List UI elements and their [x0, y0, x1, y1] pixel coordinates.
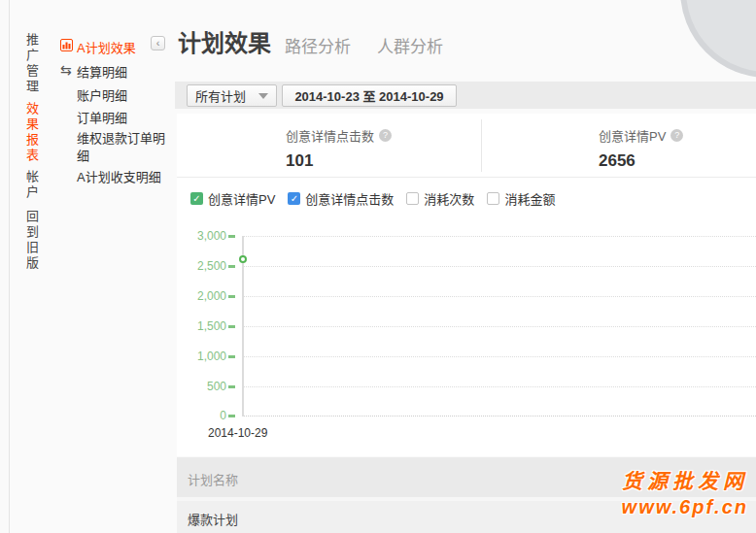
menu-item-account-detail[interactable]: 账户明细	[77, 85, 127, 104]
chart-legend: ✓ 创意详情PV ✓ 创意详情点击数 消耗次数 消耗金额	[190, 189, 555, 208]
sidebar-item-effect-reports[interactable]: 效果报表	[22, 102, 41, 164]
legend-label: 创意详情点击数	[305, 189, 394, 208]
checkbox-checked-icon[interactable]: ✓	[190, 192, 203, 205]
app-window: 推广管理 效果报表 帐户 回到旧版 A计划效果 ‹ ⇆ 结算明细 账户明细 订单…	[0, 0, 756, 533]
data-point-creative-pv	[239, 255, 247, 263]
corner-decoration-circle	[680, 0, 756, 78]
stat-creative-detail-clicks: 创意详情点击数 ? 101	[286, 126, 392, 171]
y-tick-mark	[228, 325, 235, 328]
y-tick-mark	[228, 265, 235, 268]
sidebar-item-back-to-old-version[interactable]: 回到旧版	[22, 210, 41, 272]
gridline	[244, 236, 756, 237]
stat-label: 创意详情点击数	[286, 126, 374, 145]
stats-row: 创意详情点击数 ? 101 创意详情PV ? 2656	[177, 114, 756, 178]
y-tick-mark	[228, 415, 235, 417]
y-tick-mark	[228, 355, 235, 358]
checkbox-unchecked-icon[interactable]	[406, 192, 419, 205]
stat-value: 101	[286, 151, 392, 171]
chevron-down-icon	[258, 93, 268, 99]
menu-item-order-detail[interactable]: 订单明细	[77, 108, 127, 126]
menu-item-refund-order-detail[interactable]: 维权退款订单明细	[77, 130, 171, 165]
y-tick-label: 1,000	[177, 350, 226, 363]
swap-arrows-icon: ⇆	[60, 63, 74, 77]
filter-toolbar: 所有计划 2014-10-23 至 2014-10-29	[175, 82, 756, 109]
gridline	[244, 326, 756, 327]
y-tick-label: 2,000	[177, 289, 226, 303]
watermark: 货源批发网 www.6pf.cn	[622, 465, 748, 518]
sidebar-item-account[interactable]: 帐户	[22, 170, 41, 201]
checkbox-unchecked-icon[interactable]	[487, 192, 499, 205]
stat-label: 创意详情PV	[599, 126, 666, 145]
gridline	[244, 356, 756, 357]
legend-label: 消耗金额	[504, 189, 555, 208]
help-icon[interactable]: ?	[670, 129, 683, 142]
menu-item-settlement-detail[interactable]: 结算明细	[77, 62, 127, 81]
watermark-site-url: www.6pf.cn	[622, 496, 748, 518]
page-title-plan-effect[interactable]: 计划效果	[178, 24, 271, 58]
collapse-panel-button[interactable]: ‹	[151, 36, 165, 50]
bar-chart-icon	[60, 38, 74, 51]
legend-item-consume-amount[interactable]: 消耗金额	[487, 189, 555, 208]
y-tick-label: 1,500	[177, 319, 226, 333]
column-header-plan-name: 计划名称	[188, 470, 238, 488]
tab-path-analysis[interactable]: 路径分析	[285, 33, 351, 57]
y-tick-mark	[228, 295, 235, 298]
y-tick-label: 2,500	[177, 259, 226, 273]
sidebar-divider	[9, 0, 10, 533]
gridline	[244, 386, 756, 387]
report-card: 创意详情点击数 ? 101 创意详情PV ? 2656 ✓ 创意详情PV ✓ 创…	[177, 114, 756, 456]
y-tick-label: 3,000	[177, 229, 226, 243]
stat-creative-detail-pv: 创意详情PV ? 2656	[599, 126, 683, 171]
x-tick-label: 2014-10-29	[208, 426, 267, 440]
y-tick-label: 0	[177, 409, 226, 422]
watermark-site-name: 货源批发网	[622, 465, 748, 494]
legend-item-creative-pv[interactable]: ✓ 创意详情PV	[190, 189, 275, 208]
legend-label: 消耗次数	[424, 189, 474, 208]
tab-audience-analysis[interactable]: 人群分析	[377, 33, 443, 57]
stat-divider	[481, 119, 482, 172]
gridline	[244, 266, 756, 267]
menu-item-a-plan-income-expense-detail[interactable]: A计划收支明细	[77, 167, 161, 185]
y-tick-mark	[228, 235, 235, 238]
x-axis-line	[244, 416, 756, 416]
date-range-value: 2014-10-23 至 2014-10-29	[294, 86, 443, 105]
legend-item-consume-count[interactable]: 消耗次数	[406, 189, 474, 208]
date-range-picker[interactable]: 2014-10-23 至 2014-10-29	[282, 84, 457, 107]
gridline	[244, 296, 756, 297]
plan-name-cell: 爆款计划	[188, 510, 238, 528]
y-tick-mark	[228, 385, 235, 388]
menu-item-a-plan-effect[interactable]: A计划效果	[77, 38, 136, 56]
help-icon[interactable]: ?	[379, 129, 392, 142]
plan-select-value: 所有计划	[195, 86, 246, 105]
checkbox-checked-icon[interactable]: ✓	[288, 192, 300, 205]
sidebar-item-promotion-management[interactable]: 推广管理	[22, 33, 41, 95]
legend-label: 创意详情PV	[208, 189, 275, 208]
plan-select-dropdown[interactable]: 所有计划	[187, 84, 277, 107]
stat-value: 2656	[599, 151, 683, 171]
y-tick-label: 500	[177, 380, 226, 393]
legend-item-creative-clicks[interactable]: ✓ 创意详情点击数	[288, 189, 394, 208]
